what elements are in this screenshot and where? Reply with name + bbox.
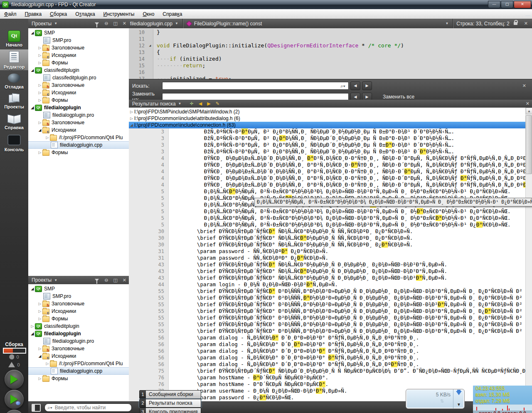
expanded-arrow-icon[interactable]: ◢ [30,332,35,336]
expanded-arrow-icon[interactable]: ◢ [129,123,134,127]
tree-item-filedialogplugin.cpp[interactable]: filedialogplugin.cpp [28,141,129,149]
overlay-minimize-icon[interactable]: — [525,12,530,18]
tree-item-/I:/proj/FPD/common/Qt4 Plu[interactable]: ▷/I:/proj/FPD/common/Qt4 Plu [28,134,129,141]
link-with-editor-icon[interactable]: ⊖ [102,278,111,283]
result-match-row[interactable]: 55\brief ÐŸÑ€Ð¾Ñ†ÐµÐ´ÑƒÑ€Ð° Ð²Ð¾ÑÑÑ‚Ð°Ð½… [129,315,532,321]
locator-box[interactable]: ⌕▾ [44,403,132,412]
symbol-combo[interactable]: FileDialogPlugin::name() const [194,21,262,27]
sidebar-mode-Начало[interactable]: QtНачало [0,29,28,49]
tree-item-/I:/proj/FPD/common/Qt4 Plu[interactable]: ▷/I:/proj/FPD/common/Qt4 Plu [28,360,129,367]
expanded-arrow-icon[interactable]: ◢ [30,287,35,291]
maximize-button[interactable]: ▢ [501,1,513,8]
result-match-row[interactable]: 43\brief ÐŸÑ€Ð¾Ñ†ÐµÐ´ÑƒÑ€Ð° ÑÐ¾Ñ…Ñ€Ð°Ð½Ð… [129,268,532,275]
collapsed-arrow-icon[interactable]: ▷ [37,61,42,65]
find-previous-button[interactable]: ◀ [350,81,360,90]
output-pane-3[interactable]: 3Консоль приложения [139,408,201,413]
replace-all-button[interactable]: Заменить все [383,94,414,100]
tree-item-SMP.pro[interactable]: SMP.pro [28,37,129,44]
tree-item-Исходники[interactable]: ◢cИсходники [28,126,129,134]
tree-item-Заголовочные[interactable]: ▷hЗаголовочные [28,119,129,126]
result-match-row[interactable]: 44\param login - Ð¸Ð¼Ñ Ð¿Ð¾Ð»ÑŒÐ·Ð¾Ð²Ð°Ñ… [129,281,532,288]
debug-run-button[interactable] [5,390,24,409]
tree-item-filedialogplugin.pro[interactable]: filedialogplugin.pro [28,111,129,119]
filter-icon[interactable] [95,22,99,25]
collapsed-arrow-icon[interactable]: ▷ [37,46,42,50]
scrollbar-thumb[interactable] [526,115,532,174]
projects-panel-title[interactable]: Проекты [32,21,52,27]
tree-item-Заголовочные[interactable]: ▷hЗаголовочные [28,300,129,307]
close-pane-icon[interactable]: ✕ [120,21,129,26]
collapsed-arrow-icon[interactable]: ▷ [37,376,42,381]
result-match-row[interactable]: 75\brief ÐŸÑ€Ð¾Ñ†ÐµÐ´ÑƒÑ€Ð° ÑÐ¾ÐµÐ´Ð¸Ð½Ð… [129,368,532,374]
search-results-title[interactable]: Результаты поиска [132,101,176,107]
lock-icon[interactable] [514,22,517,25]
result-match-row[interactable]: 30\brief ÐŸÑ€Ð¾Ñ†ÐµÐ´ÑƒÑ€Ð° ÑÐ¾Ñ…Ñ€Ð°Ð½Ð… [129,241,532,248]
network-speed-widget[interactable]: 5 KB/s ⇅ ▼ [406,389,465,409]
build-button[interactable] [5,410,24,413]
collapsed-arrow-icon[interactable]: ▷ [37,91,42,95]
tree-item-Заголовочные[interactable]: ▷hЗаголовочные [28,345,129,352]
result-match-row[interactable]: 4ÐŸÑ€Ð¸ Ð½ÐµÐ¾Ð±Ñ…Ð¾Ð´Ð¸Ð¼Ð¾ÑÑ‚Ð¸ Ð°Ð²Ñ‚… [129,168,532,175]
result-match-row[interactable]: 5Ð¡Ð¾Ñ…Ñ€Ð°Ð½ÑÐµÑ‚ Ð²Ñ‹Ð±Ñ€Ð°Ð½Ð½Ð¾Ð³Ð¾ … [129,208,532,215]
close-find-panel-icon[interactable]: ✕ [520,83,529,88]
collapsed-arrow-icon[interactable]: ▷ [37,317,42,321]
result-match-row[interactable]: 55\brief ÐŸÑ€Ð¾Ñ†ÐµÐ´ÑƒÑ€Ð° Ð²Ð¾ÑÑÑ‚Ð°Ð½… [129,328,532,334]
close-button[interactable]: ✕ [514,1,531,8]
result-match-row[interactable]: 3ÐžÑ‚ÐºÑ€Ñ‹Ð²Ð°ÐµÑ‚ Ð² Ð¿Ð°Ð¼ÑÑ‚Ð¸ ÑÐ¾Ðµ… [129,135,532,142]
collapsed-arrow-icon[interactable]: ▷ [37,120,42,125]
editor-line-16[interactable]: 16 [129,69,532,76]
result-file-row[interactable]: ◢I:\proj\FPD\common\include\connection.h… [129,122,532,128]
result-match-row[interactable]: 4ÐŸÑ€Ð¸ Ð½ÐµÐ¾Ð±Ñ…Ð¾Ð´Ð¸Ð¼Ð¾ÑÑ‚Ð¸ Ð°Ð²Ñ‚… [129,162,532,168]
code-editor[interactable]: 10}1112◢void FileDialogPlugin::initializ… [129,28,532,79]
close-editor-icon[interactable]: ✕ [522,21,530,26]
result-match-row[interactable]: 4ÐŸÑ€Ð¸ Ð½ÐµÐ¾Ð±Ñ…Ð¾Ð´Ð¸Ð¼Ð¾ÑÑ‚Ð¸ Ð°Ð²Ñ‚… [129,155,532,162]
next-result-icon[interactable]: ▶ [204,101,213,106]
result-match-row[interactable]: 55\brief ÐŸÑ€Ð¾Ñ†ÐµÐ´ÑƒÑ€Ð° Ð²Ð¾ÑÑÑ‚Ð°Ð½… [129,301,532,308]
menu-item-Правка[interactable]: Правка [21,10,46,18]
result-match-row[interactable]: 30\brief ÐŸÑ€Ð¾Ñ†ÐµÐ´ÑƒÑ€Ð° ÑÐ¾Ñ…Ñ€Ð°Ð½Ð… [129,235,532,241]
split-icon[interactable]: ◫ [111,21,120,26]
collapsed-arrow-icon[interactable]: ▷ [129,116,134,120]
editor-line-10[interactable]: 10} [129,29,532,36]
output-pane-2[interactable]: 2Результаты поиска [139,399,201,408]
tree-item-filedialogplugin[interactable]: ◢Qtfiledialogplugin [28,330,129,337]
minimize-button[interactable]: — [488,1,500,8]
run-button[interactable] [5,370,24,389]
expanded-arrow-icon[interactable]: ◢ [30,31,35,35]
result-match-row[interactable]: 56\param dialog - Ñ„Ð¾Ñ€Ð¼Ð° Ð´Ð¸Ð°Ð»Ð¾Ð… [129,361,532,368]
menu-item-Файл[interactable]: Файл [0,10,21,18]
menu-item-Окно[interactable]: Окно [138,10,158,18]
collapsed-arrow-icon[interactable]: ▷ [37,150,42,155]
tree-item-Исходники[interactable]: ▷cИсходники [28,52,129,59]
result-match-row[interactable]: 5Ð¡Ð¾Ñ…Ñ€Ð°Ð½ÑÐµÑ‚ Ð²Ñ‹Ð±Ñ€Ð°Ð½Ð½Ð¾Ð³Ð¾ … [129,215,532,221]
sidebar-mode-Проекты[interactable]: Проекты [0,91,28,112]
result-match-row[interactable]: 43\brief ÐŸÑ€Ð¾Ñ†ÐµÐ´ÑƒÑ€Ð° ÑÐ¾Ñ…Ñ€Ð°Ð½Ð… [129,261,532,268]
sidebar-mode-Справка[interactable]: Справка [0,112,28,133]
edit-pencil-icon[interactable]: ✎ [213,101,222,106]
close-results-icon[interactable]: ✕ [523,101,532,106]
projects-panel-title-2[interactable]: Проекты [32,277,52,283]
sidebar-mode-Консоль[interactable]: Консоль [0,133,28,153]
tree-item-Исходники[interactable]: ▷cИсходники [28,89,129,96]
fold-marker-icon[interactable]: ◢ [147,42,153,49]
error-count-icon[interactable] [9,354,14,359]
editor-line-13[interactable]: 13{ [129,49,532,56]
previous-result-icon[interactable]: ◀ [196,101,204,106]
expanded-arrow-icon[interactable]: ◢ [37,354,42,358]
tree-item-SMP[interactable]: ◢QtSMP [28,29,129,37]
split-icon[interactable]: ◫ [111,278,120,283]
tree-item-Заголовочные[interactable]: ▷hЗаголовочные [28,81,129,89]
result-match-row[interactable]: 4ÐŸÑ€Ð¸ Ð½ÐµÐ¾Ð±Ñ…Ð¾Ð´Ð¸Ð¼Ð¾ÑÑ‚Ð¸ Ð°Ð²Ñ‚… [129,175,532,182]
collapsed-arrow-icon[interactable]: ▷ [37,53,42,57]
result-match-row[interactable]: 76\param hostName - Ð°Ð´Ñ€ÐµÑ ÑÐµÑ€Ð²ÐµÑ… [129,381,532,388]
result-match-row[interactable]: 3ÐžÑ‚ÐºÑ€Ñ‹Ð²Ð°ÐµÑ‚ Ð² Ð¿Ð°Ð¼ÑÑ‚Ð¸ ÑÐ¾Ðµ… [129,142,532,148]
collapsed-arrow-icon[interactable]: ▷ [37,347,42,351]
tree-item-Заголовочные[interactable]: ▷hЗаголовочные [28,44,129,52]
result-match-row[interactable]: 55\brief ÐŸÑ€Ð¾Ñ†ÐµÐ´ÑƒÑ€Ð° Ð²Ð¾ÑÑÑ‚Ð°Ð½… [129,288,532,295]
menu-item-Справка[interactable]: Справка [158,10,186,18]
network-stats-overlay[interactable]: 04:23:43:555 взял: 15,30 Мб отдал: 7,29 … [473,386,532,413]
sidebar-mode-Отладка[interactable]: Отладка [0,70,28,91]
sidebar-mode-Редактор[interactable]: Редактор [0,49,28,70]
tree-item-Формы[interactable]: ▷Формы [28,375,129,382]
sidebar-toggle-icon[interactable] [32,404,41,412]
